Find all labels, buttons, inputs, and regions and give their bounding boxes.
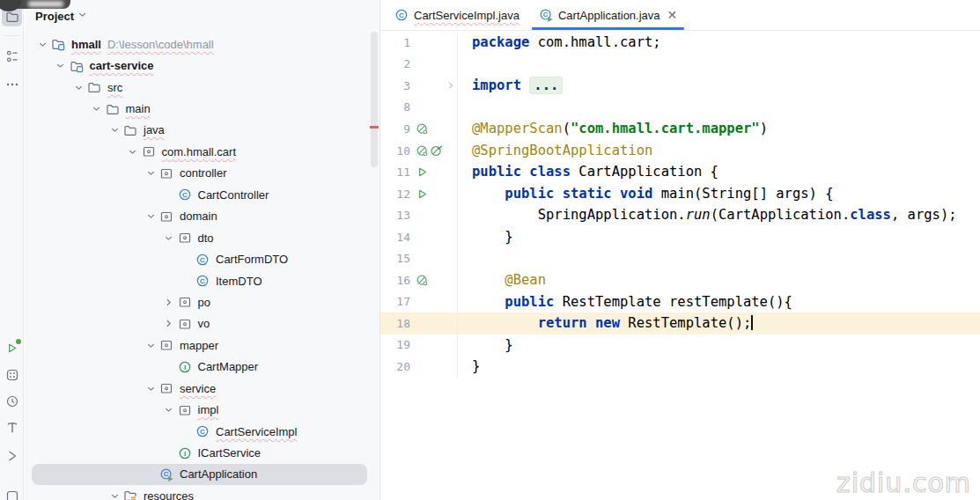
code-text[interactable]: public class CartApplication { (458, 161, 718, 183)
bean-icon[interactable] (416, 122, 429, 136)
code-text[interactable]: @SpringBootApplication (458, 140, 652, 162)
line-number[interactable]: 3 (380, 80, 410, 92)
line-number[interactable]: 12 (380, 188, 410, 200)
code-text[interactable]: } (458, 356, 480, 378)
line-number[interactable]: 18 (380, 318, 410, 329)
tree-item-cart-service[interactable]: cart-service (32, 55, 367, 76)
project-scrollbar[interactable] (370, 32, 379, 489)
tree-item-cartcontroller[interactable]: CCartController (32, 184, 367, 205)
line-number[interactable]: 17 (380, 296, 410, 307)
line-number[interactable]: 9 (380, 123, 410, 135)
tree-item-service[interactable]: service (32, 378, 367, 399)
line-number[interactable]: 20 (380, 361, 410, 372)
code-line-10[interactable]: 10@SpringBootApplication (380, 140, 980, 162)
tree-item-vo[interactable]: vo (32, 313, 367, 335)
stripe-window-cut-button[interactable] (2, 486, 22, 500)
code-text[interactable]: } (458, 335, 513, 357)
line-number[interactable]: 10 (380, 145, 410, 157)
stripe-terminal-button[interactable] (2, 445, 22, 466)
chevron-down-icon[interactable] (145, 340, 157, 351)
tree-item-cartformdto[interactable]: CCartFormDTO (32, 248, 367, 269)
chevron-down-icon[interactable] (145, 167, 157, 179)
code-text[interactable]: public static void main(String[] args) { (458, 183, 834, 205)
run-icon[interactable] (416, 188, 429, 201)
code-line-19[interactable]: 19 } (380, 335, 980, 357)
line-number[interactable]: 1 (380, 37, 410, 48)
code-line-13[interactable]: 13 SpringApplication.run(CartApplication… (380, 204, 980, 226)
chevron-down-icon[interactable] (109, 490, 121, 500)
chevron-down-icon[interactable] (73, 82, 85, 93)
tree-item-controller[interactable]: controller (32, 163, 367, 184)
stripe-profiler-button[interactable] (2, 391, 22, 411)
scrollbar-thumb[interactable] (371, 32, 378, 167)
stripe-run-button[interactable] (2, 338, 22, 358)
editor-tab-cartapplication-java[interactable]: CCartApplication.java✕ (529, 0, 687, 30)
chevron-down-icon[interactable] (77, 8, 88, 24)
tree-item-com-hmall-cart[interactable]: com.hmall.cart (32, 141, 367, 162)
code-line-18[interactable]: 18 return new RestTemplate(); (380, 312, 980, 335)
line-number[interactable]: 16 (380, 275, 410, 286)
code-line-8[interactable]: 8 (380, 97, 980, 119)
code-text[interactable]: package com.hmall.cart; (458, 32, 661, 54)
error-stripe-mark[interactable] (370, 126, 379, 129)
line-number[interactable]: 2 (380, 58, 410, 70)
code-line-16[interactable]: 16 @Bean (380, 269, 980, 291)
line-number[interactable]: 14 (380, 232, 410, 243)
stripe-structure-button[interactable] (2, 46, 22, 66)
code-text[interactable]: return new RestTemplate(); (458, 312, 753, 335)
code-line-14[interactable]: 14 } (380, 226, 980, 248)
code-text[interactable]: import ... (458, 75, 563, 97)
chevron-down-icon[interactable] (91, 103, 102, 114)
chevron-right-icon[interactable] (163, 318, 174, 329)
bean-icon[interactable] (416, 274, 429, 287)
stripe-services-button[interactable] (2, 364, 22, 385)
code-line-15[interactable]: 15 (380, 247, 980, 269)
tree-item-cartserviceimpl[interactable]: CCartServiceImpl (32, 421, 367, 442)
tree-item-src[interactable]: src (32, 77, 367, 98)
fold-right-icon[interactable] (446, 80, 456, 91)
tree-item-dto[interactable]: dto (32, 227, 367, 248)
chevron-down-icon[interactable] (163, 404, 174, 415)
chevron-down-icon[interactable] (37, 39, 48, 50)
tree-item-mapper[interactable]: mapper (32, 335, 367, 356)
line-number[interactable]: 13 (380, 210, 410, 221)
code-line-1[interactable]: 1package com.hmall.cart; (380, 32, 980, 54)
chevron-down-icon[interactable] (55, 60, 66, 71)
code-line-2[interactable]: 2 (380, 54, 980, 76)
code-line-20[interactable]: 20} (380, 356, 980, 378)
stripe-more-dots-button[interactable] (2, 74, 22, 94)
code-text[interactable]: public RestTemplate restTemplate(){ (458, 291, 792, 313)
close-icon[interactable]: ✕ (667, 9, 678, 21)
chevron-down-icon[interactable] (145, 383, 157, 394)
chevron-down-icon[interactable] (163, 232, 174, 244)
chevron-down-icon[interactable] (109, 124, 121, 136)
tree-item-hmall[interactable]: hmallD:\lesson\code\hmall (32, 33, 367, 55)
stripe-build-button[interactable] (2, 417, 22, 438)
tree-item-cartmapper[interactable]: ICartMapper (32, 357, 367, 378)
tree-item-po[interactable]: po (32, 291, 367, 312)
tree-item-cartapplication[interactable]: CCartApplication (32, 464, 367, 485)
code-text[interactable]: @MapperScan("com.hmall.cart.mapper") (458, 118, 768, 140)
editor-tab-cartserviceimpl-java[interactable]: CCartServiceImpl.java (385, 0, 529, 30)
line-number[interactable]: 8 (380, 101, 410, 113)
line-number[interactable]: 11 (380, 166, 410, 178)
code-line-12[interactable]: 12 public static void main(String[] args… (380, 183, 980, 205)
code-text[interactable]: } (458, 226, 513, 248)
tree-item-itemdto[interactable]: CItemDTO (32, 270, 367, 291)
tree-item-java[interactable]: java (32, 120, 367, 141)
bean-icon[interactable] (416, 144, 429, 158)
project-panel-header[interactable]: Project (25, 0, 379, 32)
tree-item-domain[interactable]: domain (32, 206, 367, 227)
code-line-3[interactable]: 3import ... (380, 75, 980, 97)
code-text[interactable]: SpringApplication.run(CartApplication.cl… (458, 204, 957, 226)
code-line-11[interactable]: 11public class CartApplication { (380, 161, 980, 183)
run-icon[interactable] (416, 165, 429, 179)
tree-item-resources[interactable]: resources (32, 485, 367, 500)
code-line-9[interactable]: 9@MapperScan("com.hmall.cart.mapper") (380, 118, 980, 140)
code-viewport[interactable]: 1package com.hmall.cart;23import ...89@M… (380, 32, 980, 500)
tree-item-impl[interactable]: impl (32, 399, 367, 420)
code-text[interactable]: @Bean (458, 269, 546, 291)
code-line-17[interactable]: 17 public RestTemplate restTemplate(){ (380, 291, 980, 313)
tree-item-icartservice[interactable]: IICartService (32, 442, 367, 463)
line-number[interactable]: 15 (380, 253, 410, 264)
